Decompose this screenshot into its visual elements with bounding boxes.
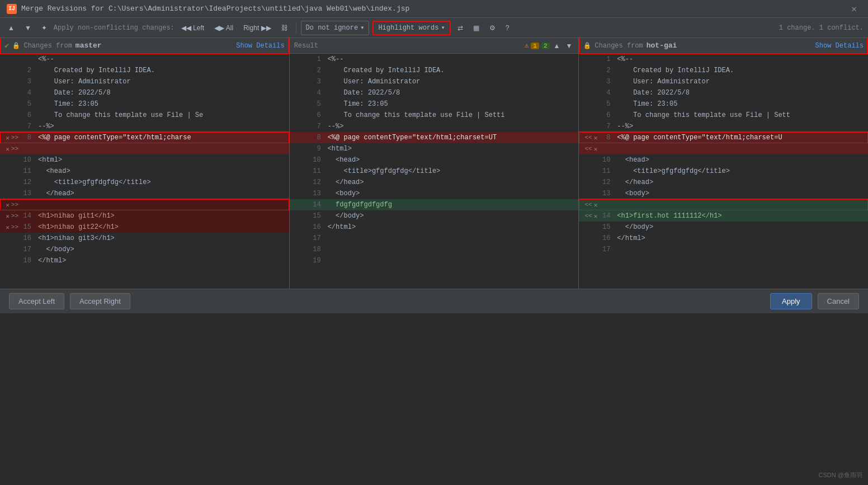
line-content: Created by IntelliJ IDEA. [36,67,289,74]
code-line-12: 13 <body> [290,188,579,199]
reject-right-btn[interactable]: ✕ [593,134,598,142]
chain-button[interactable]: ⛓ [278,22,291,34]
nav-up-button[interactable]: ▲ [4,22,18,34]
accept-right-ctrl[interactable]: << [584,134,593,141]
line-number: 18 [310,246,326,253]
code-line-6: 7--%> [579,121,868,132]
help-button[interactable]: ? [502,22,513,34]
reject-button[interactable]: ✕ [5,145,10,153]
code-line-7: 8<%@ page contentType="text/html;charset… [290,132,579,143]
line-content: <head> [326,156,579,164]
line-controls: ✕>> [0,213,20,220]
nav-down-button[interactable]: ▼ [21,22,35,34]
code-line-5: 6 To change this template use File | Se [0,110,289,121]
settings-button[interactable]: ⚙ [486,22,499,34]
line-number: 8 [599,134,615,142]
left-code-lines[interactable]: <%--2 Created by IntelliJ IDEA.3 User: A… [0,54,289,289]
right-lock-icon: 🔒 [583,42,591,49]
line-number: 5 [310,100,326,108]
line-content: To change this template use File | Setti [326,111,579,119]
highlight-dropdown-label: Highlight words [378,24,438,32]
line-number: 14 [20,212,36,220]
line-controls: ✕>> [0,201,20,209]
right-show-details-link[interactable]: Show Details [815,42,864,50]
line-number: 8 [310,134,326,142]
close-button[interactable]: ✕ [847,1,861,17]
apply-button[interactable]: Apply [770,293,812,309]
magic-button[interactable]: ✦ [38,22,50,34]
reject-button[interactable]: ✕ [5,134,10,142]
line-content: User: Administrator [326,78,579,86]
code-line-10: 11 <title>gfgfdgfdg</title> [290,166,579,177]
accept-left-ctrl[interactable]: >> [11,213,19,219]
apply-left-button[interactable]: ◀◀ Left [178,22,207,34]
accept-left-button[interactable]: Accept Left [9,293,64,309]
reject-button[interactable]: ✕ [5,201,10,209]
conflict-prev-button[interactable]: ▲ [552,42,562,50]
mid-code-lines[interactable]: 1<%--2 Created by IntelliJ IDEA.3 User: … [290,54,579,289]
line-content: --%> [615,123,868,130]
line-content: <h1>nihao git1</h1> [36,212,289,220]
line-number: 15 [599,223,615,231]
line-content: --%> [36,123,289,130]
line-content: </head> [326,178,579,186]
line-number: 16 [20,234,36,242]
line-number: 1 [599,55,615,63]
accept-left-ctrl[interactable]: >> [11,201,19,208]
code-line-13: ✕>> [0,199,289,210]
accept-left-ctrl[interactable]: >> [11,134,19,141]
line-number: 17 [310,234,326,242]
code-line-0: 1<%-- [290,54,579,65]
left-panel-title-branch: master [76,41,102,50]
accept-left-ctrl[interactable]: >> [11,145,19,152]
ignore-dropdown-label: Do not ignore [306,24,358,32]
accept-left-ctrl[interactable]: >> [11,224,19,230]
reject-button[interactable]: ✕ [5,213,10,220]
cancel-button[interactable]: Cancel [818,293,859,309]
left-show-details-link[interactable]: Show Details [236,42,284,50]
apply-all-button[interactable]: ◀▶ All [211,22,237,34]
line-content: </head> [615,178,868,186]
line-number: 3 [310,78,326,86]
apply-right-button[interactable]: Right ▶▶ [240,22,274,34]
toolbar: ▲ ▼ ✦ Apply non-conflicting changes: ◀◀ … [0,18,868,38]
reject-button[interactable]: ✕ [5,224,10,231]
code-line-4: 5 Time: 23:05 [0,98,289,110]
swap-button[interactable]: ⇄ [454,22,466,34]
highlight-dropdown[interactable]: Highlight words ▾ [372,21,450,35]
code-line-6: 7--%> [290,121,579,132]
line-content: Date: 2022/5/8 [36,89,289,97]
grid-button[interactable]: ▦ [470,22,483,34]
line-content: <h1>first.hot 1111112</h1> [615,212,868,220]
accept-right-button[interactable]: Accept Right [70,293,130,309]
code-line-15: 15 </body> [579,222,868,233]
reject-right-btn[interactable]: ✕ [593,145,598,153]
reject-right-btn[interactable]: ✕ [593,201,598,209]
code-line-2: 3 User: Administrator [579,76,868,87]
right-code-lines[interactable]: 1<%--2 Created by IntelliJ IDEA.3 User: … [579,54,868,289]
line-number: 16 [310,223,326,231]
line-content: Created by IntelliJ IDEA. [615,67,868,74]
code-line-17: 17 </body> [0,244,289,255]
code-line-17: 17 [579,244,868,255]
line-number: 10 [310,156,326,164]
line-controls: <<✕ [579,213,599,220]
line-content: </body> [326,212,579,220]
code-line-0: 1<%-- [579,54,868,65]
line-number: 6 [310,111,326,119]
code-line-2: 3 User: Administrator [290,76,579,87]
result-label: Result [294,42,318,50]
code-line-11: 12 <title>gfgfdgfdg</title> [0,177,289,188]
mid-panel-header: Result ⚠ 1 2 ▲ ▼ [290,38,579,54]
ignore-dropdown[interactable]: Do not ignore ▾ [301,21,370,35]
line-content: fdgfgdfgdfgdfg [326,201,579,209]
accept-right-ctrl[interactable]: << [584,145,593,152]
line-number: 13 [20,190,36,197]
accept-right-ctrl[interactable]: << [584,213,593,219]
reject-right-btn[interactable]: ✕ [593,213,598,220]
code-line-18: 19 [290,255,579,266]
accept-right-ctrl[interactable]: << [584,201,593,208]
code-line-12: 13 <body> [579,188,868,199]
conflict-next-button[interactable]: ▼ [564,42,574,50]
line-content: </body> [615,223,868,231]
